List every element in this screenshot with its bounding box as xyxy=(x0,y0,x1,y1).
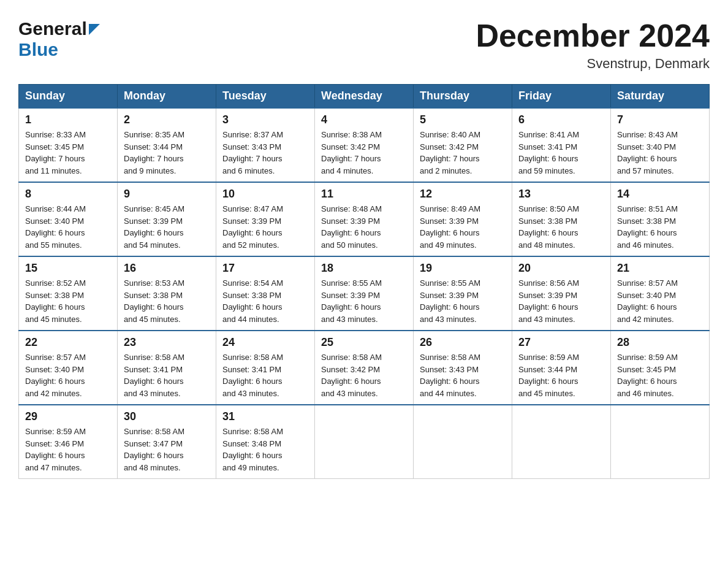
page-header: General Blue December 2024 Svenstrup, De… xyxy=(18,18,710,72)
calendar-day-cell: 23 Sunrise: 8:58 AM Sunset: 3:41 PM Dayl… xyxy=(118,331,216,405)
calendar-day-cell xyxy=(611,405,710,479)
calendar-day-cell: 30 Sunrise: 8:58 AM Sunset: 3:47 PM Dayl… xyxy=(118,405,216,479)
col-friday: Friday xyxy=(512,85,611,109)
title-area: December 2024 Svenstrup, Denmark xyxy=(476,18,710,72)
calendar-day-cell: 25 Sunrise: 8:58 AM Sunset: 3:42 PM Dayl… xyxy=(315,331,414,405)
calendar-day-cell: 29 Sunrise: 8:59 AM Sunset: 3:46 PM Dayl… xyxy=(19,405,118,479)
day-info: Sunrise: 8:57 AM Sunset: 3:40 PM Dayligh… xyxy=(617,277,703,325)
day-info: Sunrise: 8:33 AM Sunset: 3:45 PM Dayligh… xyxy=(25,129,111,177)
calendar-day-cell xyxy=(512,405,611,479)
day-number: 21 xyxy=(617,262,703,275)
day-info: Sunrise: 8:55 AM Sunset: 3:39 PM Dayligh… xyxy=(321,277,407,325)
day-number: 29 xyxy=(25,410,111,423)
logo-general-text: General xyxy=(18,18,87,39)
calendar-day-cell: 4 Sunrise: 8:38 AM Sunset: 3:42 PM Dayli… xyxy=(315,108,414,182)
day-number: 25 xyxy=(321,336,407,349)
day-info: Sunrise: 8:37 AM Sunset: 3:43 PM Dayligh… xyxy=(222,129,308,177)
calendar-day-cell: 2 Sunrise: 8:35 AM Sunset: 3:44 PM Dayli… xyxy=(118,108,216,182)
day-info: Sunrise: 8:43 AM Sunset: 3:40 PM Dayligh… xyxy=(617,129,703,177)
day-number: 4 xyxy=(321,113,407,126)
calendar-day-cell: 17 Sunrise: 8:54 AM Sunset: 3:38 PM Dayl… xyxy=(216,256,315,331)
logo: General Blue xyxy=(18,18,100,60)
day-number: 28 xyxy=(617,336,703,349)
calendar-day-cell: 15 Sunrise: 8:52 AM Sunset: 3:38 PM Dayl… xyxy=(19,256,118,331)
col-thursday: Thursday xyxy=(414,85,512,109)
day-number: 5 xyxy=(420,113,506,126)
day-number: 17 xyxy=(222,262,308,275)
calendar-day-cell xyxy=(414,405,512,479)
day-info: Sunrise: 8:53 AM Sunset: 3:38 PM Dayligh… xyxy=(124,277,210,325)
calendar-week-row: 22 Sunrise: 8:57 AM Sunset: 3:40 PM Dayl… xyxy=(19,331,710,405)
day-info: Sunrise: 8:41 AM Sunset: 3:41 PM Dayligh… xyxy=(518,129,604,177)
day-info: Sunrise: 8:48 AM Sunset: 3:39 PM Dayligh… xyxy=(321,203,407,251)
day-info: Sunrise: 8:40 AM Sunset: 3:42 PM Dayligh… xyxy=(420,129,506,177)
calendar-day-cell: 5 Sunrise: 8:40 AM Sunset: 3:42 PM Dayli… xyxy=(414,108,512,182)
calendar-day-cell: 13 Sunrise: 8:50 AM Sunset: 3:38 PM Dayl… xyxy=(512,182,611,256)
day-number: 27 xyxy=(518,336,604,349)
day-number: 30 xyxy=(124,410,210,423)
calendar-day-cell: 1 Sunrise: 8:33 AM Sunset: 3:45 PM Dayli… xyxy=(19,108,118,182)
calendar-day-cell: 24 Sunrise: 8:58 AM Sunset: 3:41 PM Dayl… xyxy=(216,331,315,405)
calendar-week-row: 15 Sunrise: 8:52 AM Sunset: 3:38 PM Dayl… xyxy=(19,256,710,331)
day-info: Sunrise: 8:58 AM Sunset: 3:48 PM Dayligh… xyxy=(222,426,308,473)
day-number: 20 xyxy=(518,262,604,275)
day-info: Sunrise: 8:57 AM Sunset: 3:40 PM Dayligh… xyxy=(25,351,111,399)
day-number: 18 xyxy=(321,262,407,275)
calendar-day-cell: 27 Sunrise: 8:59 AM Sunset: 3:44 PM Dayl… xyxy=(512,331,611,405)
calendar-day-cell: 18 Sunrise: 8:55 AM Sunset: 3:39 PM Dayl… xyxy=(315,256,414,331)
logo-blue-text: Blue xyxy=(18,39,58,59)
day-number: 3 xyxy=(222,113,308,126)
calendar-day-cell: 26 Sunrise: 8:58 AM Sunset: 3:43 PM Dayl… xyxy=(414,331,512,405)
calendar-week-row: 1 Sunrise: 8:33 AM Sunset: 3:45 PM Dayli… xyxy=(19,108,710,182)
day-number: 26 xyxy=(420,336,506,349)
day-info: Sunrise: 8:45 AM Sunset: 3:39 PM Dayligh… xyxy=(124,203,210,251)
day-info: Sunrise: 8:58 AM Sunset: 3:41 PM Dayligh… xyxy=(222,351,308,399)
calendar-day-cell: 11 Sunrise: 8:48 AM Sunset: 3:39 PM Dayl… xyxy=(315,182,414,256)
day-number: 19 xyxy=(420,262,506,275)
svg-marker-0 xyxy=(89,24,100,35)
day-info: Sunrise: 8:58 AM Sunset: 3:42 PM Dayligh… xyxy=(321,351,407,399)
month-title: December 2024 xyxy=(476,18,710,53)
day-info: Sunrise: 8:35 AM Sunset: 3:44 PM Dayligh… xyxy=(124,129,210,177)
col-saturday: Saturday xyxy=(611,85,710,109)
day-info: Sunrise: 8:56 AM Sunset: 3:39 PM Dayligh… xyxy=(518,277,604,325)
day-number: 2 xyxy=(124,113,210,126)
col-tuesday: Tuesday xyxy=(216,85,315,109)
day-info: Sunrise: 8:54 AM Sunset: 3:38 PM Dayligh… xyxy=(222,277,308,325)
calendar-week-row: 8 Sunrise: 8:44 AM Sunset: 3:40 PM Dayli… xyxy=(19,182,710,256)
calendar-day-cell: 9 Sunrise: 8:45 AM Sunset: 3:39 PM Dayli… xyxy=(118,182,216,256)
day-info: Sunrise: 8:58 AM Sunset: 3:41 PM Dayligh… xyxy=(124,351,210,399)
day-info: Sunrise: 8:59 AM Sunset: 3:45 PM Dayligh… xyxy=(617,351,703,399)
day-number: 31 xyxy=(222,410,308,423)
calendar-day-cell: 22 Sunrise: 8:57 AM Sunset: 3:40 PM Dayl… xyxy=(19,331,118,405)
day-number: 14 xyxy=(617,188,703,201)
calendar-day-cell: 28 Sunrise: 8:59 AM Sunset: 3:45 PM Dayl… xyxy=(611,331,710,405)
calendar-day-cell: 3 Sunrise: 8:37 AM Sunset: 3:43 PM Dayli… xyxy=(216,108,315,182)
day-number: 12 xyxy=(420,188,506,201)
calendar-day-cell: 8 Sunrise: 8:44 AM Sunset: 3:40 PM Dayli… xyxy=(19,182,118,256)
calendar-day-cell: 10 Sunrise: 8:47 AM Sunset: 3:39 PM Dayl… xyxy=(216,182,315,256)
col-wednesday: Wednesday xyxy=(315,85,414,109)
day-number: 11 xyxy=(321,188,407,201)
day-number: 24 xyxy=(222,336,308,349)
calendar-day-cell: 31 Sunrise: 8:58 AM Sunset: 3:48 PM Dayl… xyxy=(216,405,315,479)
day-info: Sunrise: 8:58 AM Sunset: 3:47 PM Dayligh… xyxy=(124,426,210,473)
location-subtitle: Svenstrup, Denmark xyxy=(476,56,710,72)
calendar-day-cell: 20 Sunrise: 8:56 AM Sunset: 3:39 PM Dayl… xyxy=(512,256,611,331)
day-number: 9 xyxy=(124,188,210,201)
calendar-day-cell xyxy=(315,405,414,479)
calendar-day-cell: 19 Sunrise: 8:55 AM Sunset: 3:39 PM Dayl… xyxy=(414,256,512,331)
calendar-header-row: Sunday Monday Tuesday Wednesday Thursday… xyxy=(19,85,710,109)
day-number: 6 xyxy=(518,113,604,126)
day-info: Sunrise: 8:51 AM Sunset: 3:38 PM Dayligh… xyxy=(617,203,703,251)
calendar-day-cell: 6 Sunrise: 8:41 AM Sunset: 3:41 PM Dayli… xyxy=(512,108,611,182)
day-info: Sunrise: 8:49 AM Sunset: 3:39 PM Dayligh… xyxy=(420,203,506,251)
calendar-day-cell: 16 Sunrise: 8:53 AM Sunset: 3:38 PM Dayl… xyxy=(118,256,216,331)
calendar-day-cell: 7 Sunrise: 8:43 AM Sunset: 3:40 PM Dayli… xyxy=(611,108,710,182)
calendar-day-cell: 12 Sunrise: 8:49 AM Sunset: 3:39 PM Dayl… xyxy=(414,182,512,256)
day-info: Sunrise: 8:44 AM Sunset: 3:40 PM Dayligh… xyxy=(25,203,111,251)
logo-arrow-icon xyxy=(89,24,100,37)
day-number: 15 xyxy=(25,262,111,275)
day-info: Sunrise: 8:52 AM Sunset: 3:38 PM Dayligh… xyxy=(25,277,111,325)
day-info: Sunrise: 8:59 AM Sunset: 3:46 PM Dayligh… xyxy=(25,426,111,473)
